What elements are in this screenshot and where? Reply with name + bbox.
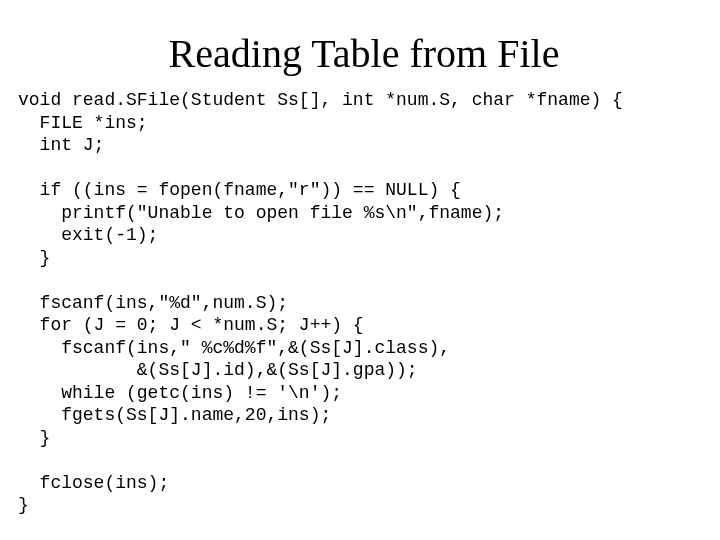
code-block: void read.SFile(Student Ss[], int *num.S…	[18, 89, 710, 517]
slide: Reading Table from File void read.SFile(…	[0, 0, 720, 540]
slide-title: Reading Table from File	[18, 30, 710, 77]
